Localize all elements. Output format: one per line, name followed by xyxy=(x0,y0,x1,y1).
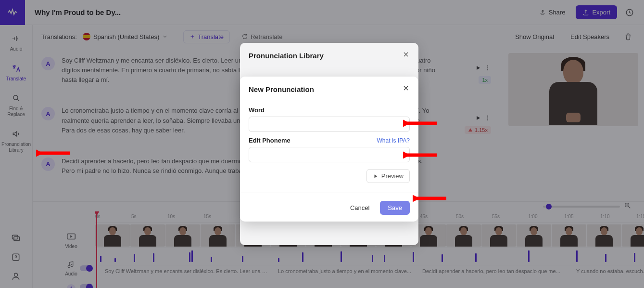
annotation-arrow xyxy=(403,118,437,129)
cancel-button[interactable]: Cancel xyxy=(344,201,375,215)
modal-title: New Pronunciation xyxy=(249,85,314,93)
modal-title: Pronunciation Library xyxy=(249,52,324,60)
phoneme-input[interactable] xyxy=(249,147,410,162)
close-icon[interactable] xyxy=(402,84,410,94)
word-input[interactable] xyxy=(249,117,410,132)
play-icon xyxy=(373,173,379,179)
new-pronunciation-modal: New Pronunciation Word Edit Phoneme What… xyxy=(240,77,418,222)
preview-label: Preview xyxy=(381,172,404,180)
word-field-label: Word xyxy=(249,106,410,114)
annotation-arrow xyxy=(36,147,70,159)
annotation-arrow xyxy=(413,193,446,204)
save-button[interactable]: Save xyxy=(380,201,410,215)
ipa-help-link[interactable]: What is IPA? xyxy=(377,137,410,144)
close-icon[interactable] xyxy=(402,51,410,60)
annotation-arrow xyxy=(403,149,437,161)
preview-button[interactable]: Preview xyxy=(366,169,410,183)
phoneme-field-label: Edit Phoneme xyxy=(249,137,290,144)
